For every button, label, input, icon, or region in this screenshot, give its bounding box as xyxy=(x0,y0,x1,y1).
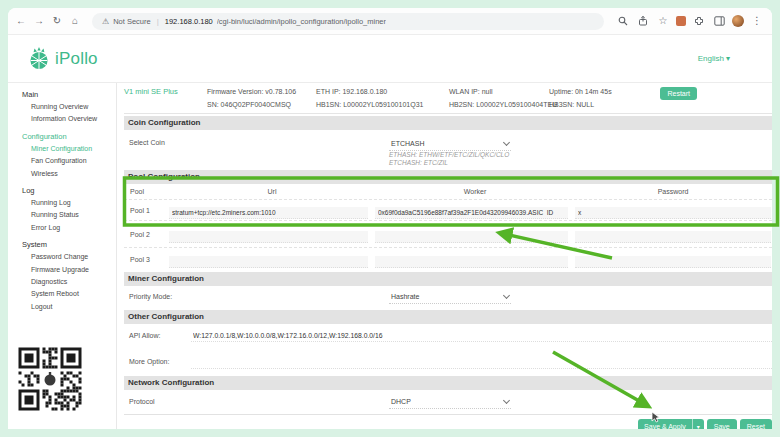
device-model: V1 mini SE Plus xyxy=(124,87,178,96)
sidebar-item-fan-configuration[interactable]: Fan Configuration xyxy=(22,155,116,167)
reset-button[interactable]: Reset xyxy=(740,419,772,429)
sidebar-item-running-overview[interactable]: Running Overview xyxy=(22,101,116,113)
sidebar-group-system: System xyxy=(22,239,116,251)
site-header: iPollo English ▾ xyxy=(8,35,772,83)
col-url: Url xyxy=(169,188,375,195)
api-allow-input[interactable] xyxy=(191,329,772,342)
language-selector[interactable]: English ▾ xyxy=(698,54,730,63)
network-configuration-title: Network Configuration xyxy=(124,376,772,390)
chevron-down-icon xyxy=(503,138,510,145)
forward-icon[interactable]: → xyxy=(32,14,46,28)
col-pool: Pool xyxy=(124,188,169,195)
api-allow-label: API Allow: xyxy=(129,332,161,339)
device-info-bar: V1 mini SE Plus Firmware Version: v0.78.… xyxy=(124,83,772,114)
restart-button[interactable]: Restart xyxy=(660,87,697,100)
save-apply-button[interactable]: Save & Apply xyxy=(638,419,692,429)
sidebar-item-error-log[interactable]: Error Log xyxy=(22,222,116,234)
sidebar-group-configuration: Configuration xyxy=(22,131,116,143)
pool3-url-input[interactable] xyxy=(169,256,368,268)
uptime: Uptime: 0h 14m 45s xyxy=(549,88,612,95)
select-coin-row: Select Coin ETCHASH ETHASH: ETHW/ETF/ETC… xyxy=(124,130,772,168)
extension-icon[interactable] xyxy=(676,16,686,26)
address-bar[interactable]: ⚠ Not Secure | 192.168.0.180 /cgi-bin/lu… xyxy=(92,13,604,30)
select-coin-label: Select Coin xyxy=(129,139,165,146)
coin-select-dropdown[interactable]: ETCHASH xyxy=(389,137,511,151)
screenshot-root: { "browser": { "security_label": "Not Se… xyxy=(0,0,780,437)
hb2-serial: HB2SN: L00002YL059100404TEU xyxy=(449,101,557,108)
web-page: iPollo English ▾ Main Running Overview I… xyxy=(8,35,772,429)
hb3-serial: HB3SN: NULL xyxy=(549,101,594,108)
address-divider: | xyxy=(157,17,159,26)
sidebar-item-logout[interactable]: Logout xyxy=(22,301,116,313)
not-secure-label: Not Secure xyxy=(113,17,151,26)
miner-configuration-title: Miner Configuration xyxy=(124,272,772,286)
pool1-password-input[interactable] xyxy=(575,207,771,219)
action-buttons-bar: Save & Apply ▾ Save Reset xyxy=(124,414,772,429)
sidebar-item-system-reboot[interactable]: System Reboot xyxy=(22,288,116,300)
sidebar-item-diagnostics[interactable]: Diagnostics xyxy=(22,276,116,288)
pool1-url-input[interactable] xyxy=(169,207,368,219)
pool-table: Pool Url Worker Password Pool 1 Pool 2 xyxy=(124,184,772,270)
home-icon[interactable]: ⌂ xyxy=(68,14,82,28)
priority-mode-label: Priority Mode: xyxy=(129,293,172,300)
bookmark-star-icon[interactable]: ☆ xyxy=(656,14,670,28)
sidebar-item-wireless[interactable]: Wireless xyxy=(22,168,116,180)
sidebar-item-password-change[interactable]: Password Change xyxy=(22,251,116,263)
pool-row-2: Pool 2 xyxy=(124,220,772,247)
sidebar-item-running-log[interactable]: Running Log xyxy=(22,197,116,209)
browser-chrome: ← → ↻ ⌂ ⚠ Not Secure | 192.168.0.180 /cg… xyxy=(8,8,772,35)
sidebar-item-firmware-upgrade[interactable]: Firmware Upgrade xyxy=(22,264,116,276)
pool3-label: Pool 3 xyxy=(124,256,169,263)
profile-avatar[interactable] xyxy=(732,15,744,27)
priority-mode-row: Priority Mode: Hashrate xyxy=(124,286,772,308)
pool-table-header: Pool Url Worker Password xyxy=(124,184,772,199)
col-password: Password xyxy=(575,188,771,195)
pool3-password-input[interactable] xyxy=(575,256,771,268)
side-panel-icon[interactable] xyxy=(712,14,726,28)
puzzle-extensions-icon[interactable] xyxy=(692,14,706,28)
pool-row-1: Pool 1 xyxy=(124,199,772,220)
chrome-toolbar-right: ☆ ⋮ xyxy=(616,14,766,28)
pool1-label: Pool 1 xyxy=(124,207,169,214)
brand-name: iPollo xyxy=(55,49,98,69)
coin-configuration-title: Coin Configuration xyxy=(124,116,772,130)
pool2-password-input[interactable] xyxy=(575,231,771,243)
save-apply-split-button: Save & Apply ▾ xyxy=(638,419,704,429)
pool3-worker-input[interactable] xyxy=(375,256,568,268)
pool1-worker-input[interactable] xyxy=(375,207,568,219)
col-worker: Worker xyxy=(375,188,575,195)
ipollo-logo: iPollo xyxy=(28,47,98,71)
not-secure-warning-icon: ⚠ xyxy=(102,17,109,26)
pool-configuration-title: Pool Configuration xyxy=(124,170,772,184)
save-button[interactable]: Save xyxy=(707,419,737,429)
sidebar-group-log: Log xyxy=(22,185,116,197)
more-option-label: More Option: xyxy=(129,358,169,365)
protocol-label: Protocol xyxy=(129,398,155,405)
save-apply-dropdown-button[interactable]: ▾ xyxy=(692,419,704,429)
search-icon[interactable] xyxy=(616,14,630,28)
share-icon[interactable] xyxy=(636,14,650,28)
kebab-menu-icon[interactable]: ⋮ xyxy=(750,14,764,28)
wlan-ip: WLAN IP: null xyxy=(449,88,493,95)
sidebar-group-main: Main xyxy=(22,89,116,101)
pool-row-3: Pool 3 xyxy=(124,247,772,270)
qr-code xyxy=(14,343,86,415)
reload-icon[interactable]: ↻ xyxy=(50,14,64,28)
hb1-serial: HB1SN: L00002YL059100101Q31 xyxy=(316,101,423,108)
chevron-down-icon xyxy=(503,396,510,403)
priority-mode-dropdown[interactable]: Hashrate xyxy=(389,290,511,304)
url-path: /cgi-bin/luci/admin/ipollo_configuration… xyxy=(217,17,386,26)
serial-number: SN: 046Q02PF0040CMSQ xyxy=(207,101,291,108)
coin-select-value: ETCHASH xyxy=(391,140,424,147)
pool2-worker-input[interactable] xyxy=(375,231,568,243)
pool2-label: Pool 2 xyxy=(124,231,169,238)
sidebar-item-miner-configuration[interactable]: Miner Configuration xyxy=(22,143,116,155)
sidebar-item-information-overview[interactable]: Information Overview xyxy=(22,113,116,125)
protocol-dropdown[interactable]: DHCP xyxy=(389,395,511,409)
other-configuration-title: Other Configuration xyxy=(124,310,772,324)
pool2-url-input[interactable] xyxy=(169,231,368,243)
sidebar-item-running-status[interactable]: Running Status xyxy=(22,209,116,221)
more-option-input[interactable] xyxy=(191,356,772,369)
back-icon[interactable]: ← xyxy=(14,14,28,28)
url-domain: 192.168.0.180 xyxy=(165,17,213,26)
